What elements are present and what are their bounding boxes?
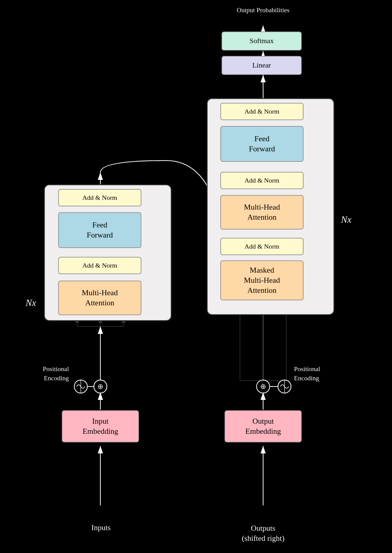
encoder-add-norm-top: Add & Norm — [58, 189, 141, 206]
svg-point-36 — [74, 380, 87, 393]
encoder-nx-label: Nx — [26, 297, 36, 308]
output-embedding-box: OutputEmbedding — [225, 410, 302, 442]
linear-label: Linear — [252, 61, 271, 70]
inputs-label: Inputs — [71, 523, 131, 532]
encoder-add-norm-mid: Add & Norm — [58, 257, 141, 274]
decoder-masked-attention: MaskedMulti-HeadAttention — [220, 260, 304, 300]
decoder-add-norm-bot: Add & Norm — [220, 238, 304, 255]
decoder-positional-encoding-label: PositionalEncoding — [294, 365, 350, 383]
softmax-box: Softmax — [222, 32, 302, 51]
svg-point-34 — [94, 380, 107, 393]
outputs-label: Outputs(shifted right) — [225, 523, 302, 543]
linear-box: Linear — [222, 56, 302, 75]
encoder-multi-head-attention: Multi-HeadAttention — [58, 281, 141, 315]
decoder-add-norm-top: Add & Norm — [220, 103, 304, 120]
decoder-nx-label: Nx — [341, 214, 352, 225]
output-probs-label: Output Probabilities — [233, 6, 293, 15]
encoder-positional-encoding-label: PositionalEncoding — [15, 365, 69, 383]
svg-point-39 — [278, 380, 291, 393]
svg-text:⊕: ⊕ — [260, 383, 266, 390]
decoder-add-norm-mid: Add & Norm — [220, 172, 304, 189]
input-embedding-box: InputEmbedding — [62, 410, 139, 442]
encoder-feed-forward: FeedForward — [58, 212, 141, 248]
diagram-container: ⊕ ⊕ Linear Softmax Output Probabilities — [0, 0, 392, 553]
svg-point-41 — [257, 380, 270, 393]
decoder-feed-forward: FeedForward — [220, 126, 304, 162]
svg-text:⊕: ⊕ — [97, 383, 103, 390]
softmax-label: Softmax — [249, 36, 274, 45]
decoder-cross-attention: Multi-HeadAttention — [220, 195, 304, 230]
